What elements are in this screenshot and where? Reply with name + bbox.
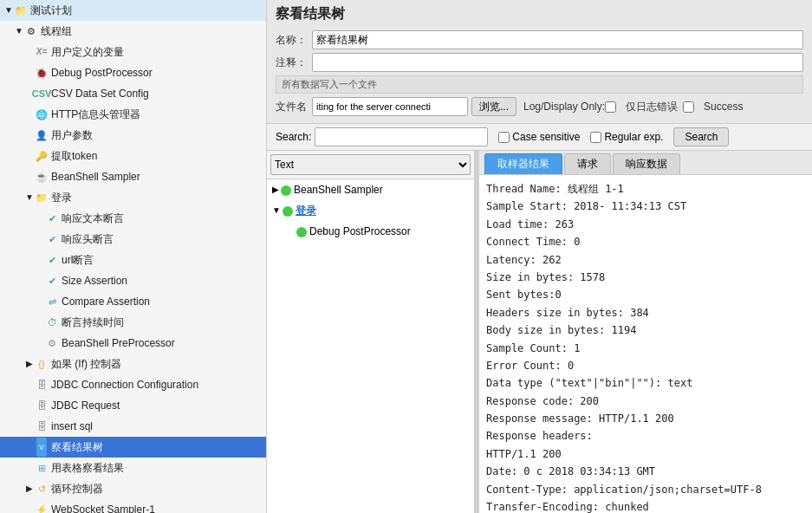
detail-line: Sample Start: 2018- 11:34:13 CST xyxy=(486,198,805,215)
tree-item-plan[interactable]: ▼📁测试计划 xyxy=(0,0,266,21)
tree-item-responsetext[interactable]: ✔响应文本断言 xyxy=(0,208,266,229)
tree-item-ifcontrol[interactable]: ▶{}如果 (If) 控制器 xyxy=(0,354,266,374)
case-sensitive-label: Case sensitive xyxy=(512,131,580,143)
search-row: Search: Case sensitive Regular exp. Sear… xyxy=(267,124,812,151)
result-item-beanshell_result[interactable]: ▶BeanShell Sampler xyxy=(267,179,474,200)
detail-line: Sent bytes:0 xyxy=(486,286,805,303)
tree-item-threadgroup[interactable]: ▼⚙线程组 xyxy=(0,21,266,42)
detail-line: Load time: 263 xyxy=(486,216,805,233)
comment-row: 注释： xyxy=(276,53,803,72)
content-area: TextRegExp TesterCSS/JQuery TesterJSON P… xyxy=(267,151,812,513)
tree-item-userdefined[interactable]: X=用户定义的变量 xyxy=(0,42,266,62)
detail-content: Thread Name: 线程组 1-1Sample Start: 2018- … xyxy=(479,175,812,513)
tree-item-tableresults[interactable]: ⊞用表格察看结果 xyxy=(0,458,266,478)
tree-icon-debugpost: 🐞 xyxy=(35,66,49,80)
tab-response[interactable]: 响应数据 xyxy=(613,153,680,174)
tree-item-jdbcrequest[interactable]: 🗄JDBC Request xyxy=(0,395,266,416)
tree-label-tableresults: 用表格察看结果 xyxy=(51,459,124,477)
tab-sampler[interactable]: 取样器结果 xyxy=(484,153,562,174)
tree-label-beanshell: BeanShell Sampler xyxy=(51,168,140,185)
result-arrow-beanshell_result[interactable]: ▶ xyxy=(272,181,279,198)
tree-item-loopcontrol[interactable]: ▶↺循环控制器 xyxy=(0,478,266,499)
detail-line: Sample Count: 1 xyxy=(486,340,805,357)
tree-item-login[interactable]: ▼📁登录 xyxy=(0,187,266,208)
name-label: 名称： xyxy=(276,33,307,48)
tree-icon-tableresults: ⊞ xyxy=(35,461,49,475)
tree-item-beanshell[interactable]: ☕BeanShell Sampler xyxy=(0,166,266,187)
search-label: Search: xyxy=(276,131,311,143)
tab-request[interactable]: 请求 xyxy=(564,153,611,174)
tree-item-sizeassertion[interactable]: ✔Size Assertion xyxy=(0,270,266,291)
tree-item-beanpreproc[interactable]: ⚙BeanShell PreProcessor xyxy=(0,333,266,354)
tree-icon-compareassert: ⇌ xyxy=(45,295,59,308)
result-item-login_result[interactable]: ▼登录 xyxy=(267,200,474,221)
tree-icon-urlassert: ✔ xyxy=(45,253,59,267)
detail-line: Response headers: xyxy=(486,427,805,445)
tree-icon-sizeassertion: ✔ xyxy=(45,274,59,288)
tree-item-viewresults[interactable]: V察看结果树 xyxy=(0,437,266,458)
regular-exp-checkbox[interactable] xyxy=(590,132,601,143)
comment-input[interactable] xyxy=(312,53,803,72)
type-selector-row: TextRegExp TesterCSS/JQuery TesterJSON P… xyxy=(267,151,474,179)
result-arrow-login_result[interactable]: ▼ xyxy=(272,202,281,219)
regular-exp-label: Regular exp. xyxy=(604,131,663,143)
detail-line: Response message: HTTP/1.1 200 xyxy=(486,410,805,427)
tree-item-fetchtoken[interactable]: 🔑提取token xyxy=(0,146,266,166)
name-row: 名称： xyxy=(276,30,803,49)
left-tree-panel: ▼📁测试计划▼⚙线程组X=用户定义的变量🐞Debug PostProcessor… xyxy=(0,0,267,513)
search-button[interactable]: Search xyxy=(673,127,729,146)
tree-label-login: 登录 xyxy=(51,189,72,206)
detail-line: Latency: 262 xyxy=(486,251,805,269)
tree-icon-loopcontrol: ↺ xyxy=(35,482,49,496)
regular-exp-option: Regular exp. xyxy=(590,131,663,143)
tree-item-jdbcconfig[interactable]: 🗄JDBC Connection Configuration xyxy=(0,374,266,395)
tree-item-httpheader[interactable]: 🌐HTTP信息头管理器 xyxy=(0,104,266,125)
tree-item-userparams[interactable]: 👤用户参数 xyxy=(0,125,266,146)
tree-item-csvdataset[interactable]: CSVCSV Data Set Config xyxy=(0,83,266,104)
tree-icon-responseheader: ✔ xyxy=(45,232,59,246)
tree-item-compareassert[interactable]: ⇌Compare Assertion xyxy=(0,291,266,312)
tree-arrow-threadgroup[interactable]: ▼ xyxy=(14,23,24,40)
tree-item-insertsql[interactable]: 🗄insert sql xyxy=(0,416,266,437)
tree-icon-csvdataset: CSV xyxy=(35,87,49,101)
log-only-checkbox[interactable] xyxy=(605,101,616,113)
detail-line: Headers size in bytes: 384 xyxy=(486,304,805,321)
comment-label: 注释： xyxy=(276,55,307,70)
tree-label-userparams: 用户参数 xyxy=(51,127,93,144)
tree-item-durationtimer[interactable]: ⏱断言持续时间 xyxy=(0,312,266,333)
tree-arrow-ifcontrol[interactable]: ▶ xyxy=(24,355,35,373)
tree-label-httpheader: HTTP信息头管理器 xyxy=(51,106,140,123)
search-input[interactable] xyxy=(315,127,488,146)
tree-arrow-login[interactable]: ▼ xyxy=(24,189,35,206)
tree-arrow-plan[interactable]: ▼ xyxy=(3,2,14,19)
tree-label-responseheader: 响应头断言 xyxy=(62,231,114,248)
tree-icon-insertsql: 🗄 xyxy=(35,419,49,433)
tree-item-responseheader[interactable]: ✔响应头断言 xyxy=(0,229,266,250)
tree-label-threadgroup: 线程组 xyxy=(41,23,72,40)
name-input[interactable] xyxy=(312,30,803,49)
result-tree: ▶BeanShell Sampler▼登录Debug PostProcessor xyxy=(267,179,474,513)
case-sensitive-checkbox[interactable] xyxy=(498,132,510,143)
tree-icon-ifcontrol: {} xyxy=(35,357,49,371)
tree-label-csvdataset: CSV Data Set Config xyxy=(51,85,149,102)
type-select[interactable]: TextRegExp TesterCSS/JQuery TesterJSON P… xyxy=(270,154,471,175)
tree-icon-jdbcconfig: 🗄 xyxy=(35,378,49,392)
detail-line: Response code: 200 xyxy=(486,393,805,410)
tree-icon-userparams: 👤 xyxy=(35,128,49,142)
tree-arrow-loopcontrol[interactable]: ▶ xyxy=(24,480,35,497)
result-check-beanshell_result xyxy=(281,181,294,198)
tree-label-durationtimer: 断言持续时间 xyxy=(62,314,124,331)
tree-label-viewresults: 察看结果树 xyxy=(51,438,103,456)
detail-line: Connect Time: 0 xyxy=(486,233,805,250)
browse-button[interactable]: 浏览... xyxy=(471,97,516,116)
detail-line: Size in bytes: 1578 xyxy=(486,269,805,286)
result-item-debugpost_result[interactable]: Debug PostProcessor xyxy=(267,221,474,242)
tree-label-sizeassertion: Size Assertion xyxy=(62,272,127,289)
result-label-debugpost_result: Debug PostProcessor xyxy=(309,223,411,240)
file-input[interactable] xyxy=(312,97,468,116)
file-row: 文件名 浏览... Log/Display Only: 仅日志错误 Succes… xyxy=(276,97,803,116)
tree-item-urlassert[interactable]: ✔url断言 xyxy=(0,250,266,270)
success-checkbox[interactable] xyxy=(683,101,694,113)
tree-item-ws1[interactable]: ⚡WebSocket Sampler-1 xyxy=(0,499,266,513)
tree-item-debugpost[interactable]: 🐞Debug PostProcessor xyxy=(0,62,266,83)
